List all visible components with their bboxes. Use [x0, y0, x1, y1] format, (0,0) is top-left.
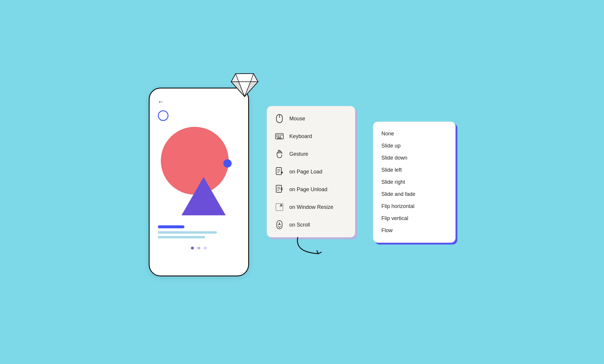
menu-label-window-resize: on Window Resize [289, 204, 333, 210]
menu-item-page-load[interactable]: on Page Load [267, 163, 355, 181]
menu-item-scroll[interactable]: on Scroll [267, 216, 355, 234]
svg-rect-15 [281, 135, 282, 135]
curved-arrow [292, 235, 330, 258]
submenu-item-slide-up[interactable]: Slide up [382, 140, 447, 152]
menu-label-mouse: Mouse [289, 116, 305, 122]
svg-marker-5 [236, 74, 253, 82]
phone-circle-outline [158, 110, 168, 121]
keyboard-icon [275, 132, 284, 140]
phone-triangle [181, 177, 226, 215]
phone: ← [149, 88, 249, 276]
svg-rect-17 [278, 136, 279, 137]
submenu-panel: None Slide up Slide down Slide left Slid… [373, 122, 456, 243]
scroll-icon [275, 221, 284, 229]
menu-label-keyboard: Keyboard [289, 133, 312, 140]
phone-text-line-2 [158, 236, 205, 238]
phone-dot-3 [204, 247, 207, 250]
svg-rect-12 [276, 135, 277, 135]
menu-item-gesture[interactable]: Gesture [267, 145, 355, 163]
menu-item-keyboard[interactable]: Keyboard [267, 127, 355, 145]
menu-item-page-unload[interactable]: on Page Unload [267, 181, 355, 198]
gesture-icon [275, 150, 284, 158]
menu-label-scroll: on Scroll [289, 222, 310, 228]
scene: ← [0, 0, 604, 364]
phone-text-line-1 [158, 231, 217, 234]
menu-item-window-resize[interactable]: on Window Resize [267, 198, 355, 216]
page-unload-icon [275, 185, 284, 194]
svg-rect-19 [277, 138, 281, 139]
submenu-item-flow[interactable]: Flow [382, 224, 447, 237]
svg-rect-18 [279, 136, 281, 137]
back-arrow[interactable]: ← [158, 98, 240, 106]
submenu-item-slide-left[interactable]: Slide left [382, 164, 447, 176]
submenu-item-none[interactable]: None [382, 128, 447, 140]
phone-wrapper: ← [149, 88, 249, 276]
menu-label-gesture: Gesture [289, 151, 308, 157]
phone-text-lines [158, 225, 240, 238]
window-resize-icon [275, 203, 284, 211]
mouse-icon [275, 114, 284, 123]
phone-content-area [158, 124, 240, 218]
phone-blue-bar [158, 225, 184, 228]
submenu-item-flip-horizontal[interactable]: Flip horizontal [382, 200, 447, 212]
phone-pagination-dots [158, 247, 240, 250]
menu-label-page-unload: on Page Unload [289, 186, 328, 193]
phone-blue-dot [223, 159, 232, 168]
sketch-diamond-icon [230, 71, 259, 98]
menu-label-page-load: on Page Load [289, 169, 323, 175]
menu-item-mouse[interactable]: Mouse [267, 110, 355, 127]
page-load-icon [275, 168, 284, 176]
submenu-item-slide-and-fade[interactable]: Slide and fade [382, 188, 447, 200]
submenu-item-slide-right[interactable]: Slide right [382, 176, 447, 188]
submenu-item-flip-vertical[interactable]: Flip vertical [382, 212, 447, 224]
trigger-menu: Mouse Keyboard [267, 106, 355, 237]
submenu-item-slide-down[interactable]: Slide down [382, 152, 447, 164]
svg-rect-13 [278, 135, 279, 135]
phone-dot-2 [197, 247, 200, 250]
svg-rect-14 [279, 135, 281, 135]
svg-rect-16 [276, 136, 277, 137]
phone-dot-1 [191, 247, 194, 250]
